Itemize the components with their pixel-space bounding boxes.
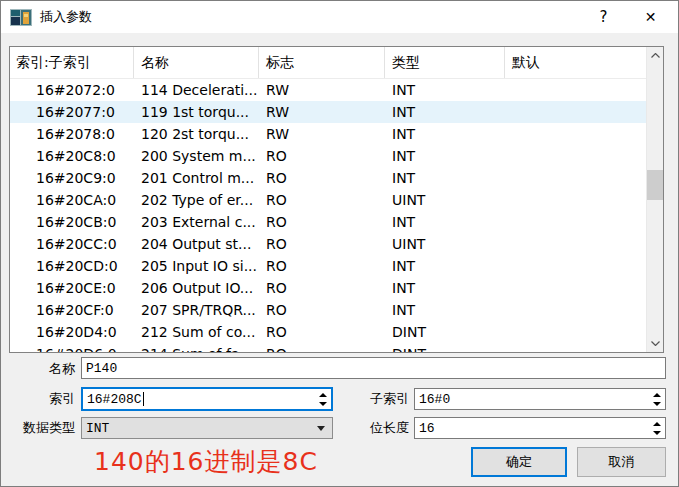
cell-name: 207 SPR/TRQR... xyxy=(134,299,259,321)
cell-flag: RO xyxy=(259,299,385,321)
cell-index: 16#20D4:0 xyxy=(10,321,134,343)
cell-flag: RO xyxy=(259,189,385,211)
name-label: 名称 xyxy=(1,358,75,380)
datatype-select[interactable]: INT xyxy=(81,417,333,439)
subindex-input[interactable]: 16#0 xyxy=(414,388,666,410)
cell-type: INT xyxy=(385,167,505,189)
vertical-scrollbar[interactable] xyxy=(646,47,663,352)
table-rows: 16#2072:0114 Decelerati...RWINT16#2077:0… xyxy=(10,79,663,353)
cell-name: 204 Output st... xyxy=(134,233,259,255)
table-row[interactable]: 16#20D4:0212 Sum of co...RODINT xyxy=(10,321,663,343)
spin-down-icon[interactable] xyxy=(315,399,330,408)
cell-index: 16#2077:0 xyxy=(10,101,134,123)
cell-name: 212 Sum of co... xyxy=(134,321,259,343)
datatype-value: INT xyxy=(86,421,109,436)
cell-type: INT xyxy=(385,255,505,277)
cell-type: INT xyxy=(385,101,505,123)
cell-index: 16#20C8:0 xyxy=(10,145,134,167)
help-button[interactable]: ? xyxy=(581,1,626,32)
column-header-name[interactable]: 名称 xyxy=(134,47,259,78)
cell-flag: RW xyxy=(259,101,385,123)
cell-index: 16#20CA:0 xyxy=(10,189,134,211)
cell-index: 16#20C9:0 xyxy=(10,167,134,189)
cell-flag: RO xyxy=(259,145,385,167)
cell-index: 16#2078:0 xyxy=(10,123,134,145)
cell-type: INT xyxy=(385,79,505,101)
cell-name: 206 Output IO... xyxy=(134,277,259,299)
cell-index: 16#20CE:0 xyxy=(10,277,134,299)
index-value: 16#208C xyxy=(87,392,142,407)
table-row[interactable]: 16#20CE:0206 Output IO...ROINT xyxy=(10,277,663,299)
column-header-index[interactable]: 索引:子索引 xyxy=(10,47,134,78)
spin-up-icon[interactable] xyxy=(315,390,330,399)
cell-name: 119 1st torqu... xyxy=(134,101,259,123)
cell-flag: RW xyxy=(259,123,385,145)
cell-name: 202 Type of er... xyxy=(134,189,259,211)
chevron-down-icon xyxy=(317,426,325,431)
insert-parameter-dialog: 插入参数 ? ✕ 索引:子索引名称标志类型默认 16#2072:0114 Dec… xyxy=(0,0,679,487)
spin-up-icon[interactable] xyxy=(649,390,664,399)
table-row[interactable]: 16#20CC:0204 Output st...ROUINT xyxy=(10,233,663,255)
cell-index: 16#20D6:0 xyxy=(10,343,134,353)
text-caret xyxy=(143,392,144,406)
table-row[interactable]: 16#20CD:0205 Input IO si...ROINT xyxy=(10,255,663,277)
column-header-type[interactable]: 类型 xyxy=(385,47,505,78)
spin-down-icon[interactable] xyxy=(649,399,664,408)
cell-flag: RO xyxy=(259,233,385,255)
cell-flag: RO xyxy=(259,321,385,343)
index-input[interactable]: 16#208C xyxy=(81,387,333,411)
cancel-button[interactable]: 取消 xyxy=(577,447,666,477)
cell-index: 16#20CB:0 xyxy=(10,211,134,233)
cell-flag: RO xyxy=(259,211,385,233)
cell-flag: RO xyxy=(259,255,385,277)
scrollbar-thumb[interactable] xyxy=(647,170,664,200)
bitlength-value: 16 xyxy=(419,421,435,436)
table-row[interactable]: 16#2077:0119 1st torqu...RWINT xyxy=(10,101,663,123)
cell-type: INT xyxy=(385,299,505,321)
table-row[interactable]: 16#20D6:0214 Sum of fa...RODINT xyxy=(10,343,663,353)
scroll-up-icon[interactable] xyxy=(647,47,664,64)
index-spinner xyxy=(315,390,330,408)
index-label: 索引 xyxy=(1,388,75,410)
cell-index: 16#20CD:0 xyxy=(10,255,134,277)
cell-type: INT xyxy=(385,211,505,233)
table-row[interactable]: 16#20CB:0203 External c...ROINT xyxy=(10,211,663,233)
help-icon: ? xyxy=(600,8,608,26)
bitlength-input[interactable]: 16 xyxy=(414,417,666,439)
table-header: 索引:子索引名称标志类型默认 xyxy=(10,47,663,79)
table-row[interactable]: 16#2072:0114 Decelerati...RWINT xyxy=(10,79,663,101)
bitlength-label: 位长度 xyxy=(341,417,409,439)
subindex-spinner xyxy=(649,390,664,408)
bitlength-spinner xyxy=(649,419,664,437)
cell-flag: RO xyxy=(259,343,385,353)
cell-name: 201 Control m... xyxy=(134,167,259,189)
spin-up-icon[interactable] xyxy=(649,419,664,428)
cell-type: INT xyxy=(385,277,505,299)
cell-type: DINT xyxy=(385,343,505,353)
cell-name: 203 External c... xyxy=(134,211,259,233)
table-row[interactable]: 16#2078:0120 2st torqu...RWINT xyxy=(10,123,663,145)
name-value: P140 xyxy=(86,361,117,376)
spin-down-icon[interactable] xyxy=(649,428,664,437)
cell-name: 120 2st torqu... xyxy=(134,123,259,145)
table-row[interactable]: 16#20C8:0200 System m...ROINT xyxy=(10,145,663,167)
cell-type: DINT xyxy=(385,321,505,343)
close-button[interactable]: ✕ xyxy=(628,1,673,32)
ok-button[interactable]: 确定 xyxy=(471,447,567,477)
scroll-down-icon[interactable] xyxy=(647,335,664,352)
column-header-flag[interactable]: 标志 xyxy=(259,47,385,78)
column-header-default[interactable]: 默认 xyxy=(505,47,663,78)
table-row[interactable]: 16#20C9:0201 Control m...ROINT xyxy=(10,167,663,189)
close-icon: ✕ xyxy=(645,9,657,25)
cell-type: UINT xyxy=(385,189,505,211)
cell-flag: RW xyxy=(259,79,385,101)
app-icon xyxy=(10,9,32,26)
cell-index: 16#20CC:0 xyxy=(10,233,134,255)
cell-name: 205 Input IO si... xyxy=(134,255,259,277)
name-input[interactable]: P140 xyxy=(81,357,666,379)
datatype-label: 数据类型 xyxy=(1,417,75,439)
table-row[interactable]: 16#20CF:0207 SPR/TRQR...ROINT xyxy=(10,299,663,321)
table-row[interactable]: 16#20CA:0202 Type of er...ROUINT xyxy=(10,189,663,211)
subindex-label: 子索引 xyxy=(341,388,409,410)
cell-type: INT xyxy=(385,145,505,167)
